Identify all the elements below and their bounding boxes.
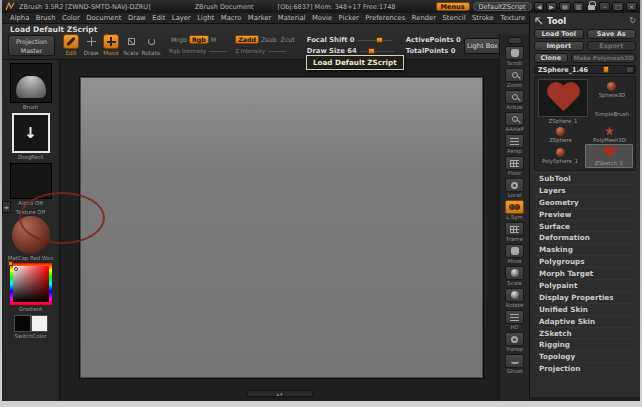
rgb-intensity-slider[interactable]: [209, 51, 227, 52]
sculpt-mode-zsub[interactable]: Zsub: [259, 36, 279, 43]
menus-button[interactable]: Menus: [436, 2, 470, 11]
menu-edit[interactable]: Edit: [152, 14, 165, 22]
draw-size-handle[interactable]: [368, 48, 375, 54]
shelf-icon-transp[interactable]: Transp: [505, 332, 524, 352]
tool-item-polysphere-1[interactable]: PolySphere_1: [537, 144, 583, 168]
sculpt-mode-zcut[interactable]: Zcut: [279, 36, 297, 43]
tool-item-zsketch-1[interactable]: ZSketch_1: [585, 144, 633, 168]
tool-slider-handle[interactable]: [603, 66, 609, 73]
shelf-icon-move[interactable]: Move: [505, 244, 524, 264]
tool-item-simplebrush[interactable]: SimpleBrush: [595, 102, 629, 124]
minimize-button[interactable]: −: [599, 2, 610, 11]
draw-size-slider[interactable]: [360, 51, 394, 52]
switch-color-label[interactable]: SwitchColor: [15, 333, 47, 339]
canvas-document[interactable]: [80, 77, 483, 378]
menu-texture[interactable]: Texture: [500, 14, 525, 22]
shelf-icon-scale[interactable]: Scale: [505, 266, 524, 286]
subpalette-zsketch[interactable]: ZSketch: [534, 327, 636, 339]
menu-alpha[interactable]: Alpha: [10, 14, 29, 22]
subpalette-polypaint[interactable]: Polypaint: [534, 279, 636, 291]
flick-arrow-icon[interactable]: [534, 16, 543, 25]
tool-item-polymesh3d[interactable]: PolyMesh3D: [586, 125, 633, 144]
titlebar-nav-button-3[interactable]: ▥: [573, 2, 585, 11]
paint-mode-m[interactable]: M: [209, 36, 218, 43]
shelf-icon-persp[interactable]: Persp: [505, 134, 524, 154]
export-button[interactable]: Export: [587, 41, 637, 51]
shelf-icon-actual[interactable]: Actual: [505, 90, 524, 110]
subpalette-projection[interactable]: Projection: [534, 362, 636, 374]
shelf-icon-local[interactable]: Local: [505, 178, 524, 198]
subpalette-morph-target[interactable]: Morph Target: [534, 267, 636, 279]
subpalette-masking[interactable]: Masking: [534, 243, 636, 255]
paint-mode-rgb[interactable]: Rgb: [189, 35, 209, 44]
subpalette-surface[interactable]: Surface: [534, 220, 636, 232]
menu-color[interactable]: Color: [62, 14, 80, 22]
focal-shift-handle[interactable]: [376, 37, 383, 43]
titlebar-nav-button-0[interactable]: ◀: [534, 2, 545, 11]
color-picker[interactable]: [10, 263, 52, 305]
subpalette-display-properties[interactable]: Display Properties: [534, 291, 636, 303]
mode-button-rotate[interactable]: Rotate: [141, 34, 161, 56]
shelf-icon-frame[interactable]: Frame: [505, 222, 524, 242]
current-tool-slider[interactable]: ZSphere_1.46: [534, 65, 636, 74]
secondary-color-swatch[interactable]: [31, 315, 48, 332]
mode-button-scale[interactable]: Scale: [121, 34, 141, 56]
menu-document[interactable]: Document: [86, 14, 121, 22]
tool-item-zsphere[interactable]: ZSphere: [537, 125, 584, 144]
shelf-icon-floor[interactable]: Floor: [505, 156, 524, 176]
active-tool-thumbnail[interactable]: [538, 79, 588, 117]
subpalette-polygroups[interactable]: Polygroups: [534, 255, 636, 267]
sculpt-mode-zadd[interactable]: Zadd: [235, 35, 259, 44]
mode-button-move[interactable]: Move: [101, 34, 121, 56]
titlebar-nav-button-1[interactable]: ▶: [546, 2, 557, 11]
import-button[interactable]: Import: [534, 41, 584, 51]
shelf-icon-ghost[interactable]: Ghost: [505, 354, 524, 374]
subpalette-layers[interactable]: Layers: [534, 184, 636, 196]
shelf-icon-rotate[interactable]: Rotate: [505, 288, 524, 308]
tool-item-sphere3d[interactable]: Sphere3D: [599, 79, 626, 101]
subpalette-unified-skin[interactable]: Unified Skin: [534, 303, 636, 315]
menu-light[interactable]: Light: [197, 14, 214, 22]
clone-button[interactable]: Clone: [534, 53, 568, 63]
light-box-button[interactable]: Light Box: [464, 38, 501, 54]
paint-mode-mrgb[interactable]: Mrgb: [169, 36, 189, 43]
lock-icon[interactable]: [588, 5, 595, 10]
menu-material[interactable]: Material: [278, 14, 306, 22]
restore-button[interactable]: □: [612, 2, 624, 11]
subpalette-adaptive-skin[interactable]: Adaptive Skin: [534, 315, 636, 327]
stroke-thumbnail[interactable]: ↓: [12, 113, 50, 153]
close-button[interactable]: ×: [626, 2, 637, 11]
menu-brush[interactable]: Brush: [36, 14, 56, 22]
saturation-square[interactable]: [13, 266, 49, 302]
cycle-icon[interactable]: ↻: [629, 16, 636, 25]
save-as-button[interactable]: Save As: [587, 29, 637, 39]
mode-button-edit[interactable]: Edit: [61, 34, 81, 56]
subpalette-deformation[interactable]: Deformation: [534, 231, 636, 243]
mode-button-draw[interactable]: Draw: [81, 34, 101, 56]
subpalette-rigging[interactable]: Rigging: [534, 338, 636, 350]
make-polymesh3d-button[interactable]: Make Polymesh3D: [571, 53, 636, 63]
right-shelf-handle[interactable]: [508, 37, 522, 44]
menu-layer[interactable]: Layer: [172, 14, 191, 22]
brush-thumbnail[interactable]: [10, 63, 52, 103]
subpalette-topology[interactable]: Topology: [534, 350, 636, 362]
zscript-name-button[interactable]: DefaultZScript: [473, 2, 532, 11]
canvas-area[interactable]: ▴▾: [62, 60, 499, 401]
load-tool-button[interactable]: Load Tool: [534, 29, 584, 39]
shelf-icon-hd[interactable]: HD: [505, 310, 524, 330]
projection-master-button[interactable]: Projection Master: [8, 35, 55, 56]
subpalette-geometry[interactable]: Geometry: [534, 196, 636, 208]
menu-draw[interactable]: Draw: [128, 14, 146, 22]
bottom-tray-handle[interactable]: ▴▾: [247, 390, 313, 397]
menu-movie[interactable]: Movie: [312, 14, 332, 22]
menu-picker[interactable]: Picker: [339, 14, 359, 22]
shelf-icon-scroll[interactable]: Scroll: [505, 46, 524, 66]
shelf-icon-zoom[interactable]: Zoom: [505, 68, 524, 88]
menu-stencil[interactable]: Stencil: [443, 14, 466, 22]
gradient-label[interactable]: Gradient: [19, 306, 42, 312]
shelf-icon-aahalf[interactable]: AAHalf: [505, 112, 524, 132]
main-color-swatch[interactable]: [14, 315, 31, 332]
menu-preferences[interactable]: Preferences: [365, 14, 405, 22]
menu-stroke[interactable]: Stroke: [472, 14, 494, 22]
tool-slider-end-button[interactable]: [626, 66, 634, 73]
